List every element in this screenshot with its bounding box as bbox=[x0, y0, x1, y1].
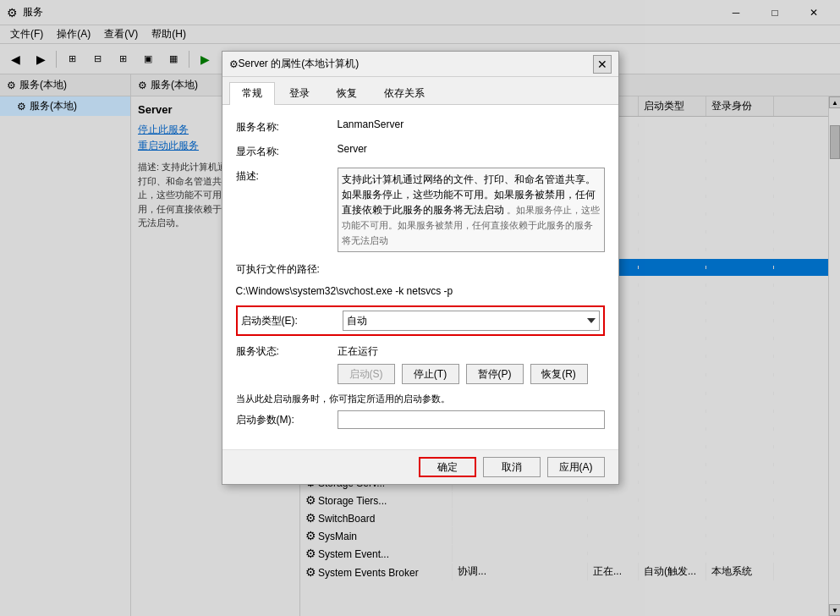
description-value: 支持此计算机通过网络的文件、打印、和命名管道共享。如果服务停止，这些功能不可用。… bbox=[338, 168, 605, 252]
service-name-label: 服务名称: bbox=[236, 118, 338, 135]
service-status-section: 服务状态: 正在运行 启动(S) 停止(T) 暂停(P) 恢复(R) bbox=[236, 344, 605, 384]
description-label: 描述: bbox=[236, 168, 338, 184]
display-name-value: Server bbox=[338, 143, 605, 155]
stop-button[interactable]: 停止(T) bbox=[402, 364, 459, 384]
path-value: C:\Windows\system32\svchost.exe -k netsv… bbox=[236, 285, 453, 297]
path-label: 可执行文件的路径: bbox=[236, 261, 338, 277]
dialog-title-icon: ⚙ bbox=[229, 58, 239, 70]
ok-button[interactable]: 确定 bbox=[419, 457, 476, 477]
startup-params-label: 启动参数(M): bbox=[236, 413, 338, 427]
description-row: 描述: 支持此计算机通过网络的文件、打印、和命名管道共享。如果服务停止，这些功能… bbox=[236, 168, 605, 252]
display-name-label: 显示名称: bbox=[236, 143, 338, 159]
startup-params-input[interactable] bbox=[338, 410, 605, 429]
startup-params-row: 启动参数(M): bbox=[236, 410, 605, 429]
dialog-body: 服务名称: LanmanServer 显示名称: Server 描述: 支持此计… bbox=[222, 105, 618, 449]
status-label: 服务状态: bbox=[236, 344, 338, 359]
dialog-tab-bar: 常规 登录 恢复 依存关系 bbox=[222, 77, 618, 105]
cancel-button[interactable]: 取消 bbox=[483, 457, 541, 477]
tab-dependencies[interactable]: 依存关系 bbox=[371, 82, 437, 104]
tab-login[interactable]: 登录 bbox=[277, 82, 322, 104]
dialog-close-button[interactable]: ✕ bbox=[593, 55, 612, 74]
startup-hint: 当从此处启动服务时，你可指定所适用的启动参数。 bbox=[236, 393, 605, 405]
action-buttons: 启动(S) 停止(T) 暂停(P) 恢复(R) bbox=[338, 364, 605, 384]
dialog-title-bar: ⚙ Server 的属性(本地计算机) ✕ bbox=[222, 52, 618, 77]
startup-type-select[interactable]: 自动 自动(延迟启动) 手动 禁用 bbox=[343, 311, 600, 331]
properties-dialog: ⚙ Server 的属性(本地计算机) ✕ 常规 登录 恢复 依存关系 服务名称… bbox=[222, 51, 619, 485]
pause-button[interactable]: 暂停(P) bbox=[466, 364, 524, 384]
dialog-overlay: ⚙ Server 的属性(本地计算机) ✕ 常规 登录 恢复 依存关系 服务名称… bbox=[0, 0, 840, 616]
resume-button[interactable]: 恢复(R) bbox=[530, 364, 588, 384]
status-value: 正在运行 bbox=[338, 344, 378, 359]
dialog-title: Server 的属性(本地计算机) bbox=[239, 57, 593, 71]
path-row: 可执行文件的路径: bbox=[236, 261, 605, 277]
startup-type-label: 启动类型(E): bbox=[241, 314, 343, 328]
tab-recovery[interactable]: 恢复 bbox=[324, 82, 370, 104]
service-name-value: LanmanServer bbox=[338, 118, 605, 130]
service-name-row: 服务名称: LanmanServer bbox=[236, 118, 605, 135]
dialog-footer: 确定 取消 应用(A) bbox=[222, 449, 618, 484]
display-name-row: 显示名称: Server bbox=[236, 143, 605, 159]
startup-type-row: 启动类型(E): 自动 自动(延迟启动) 手动 禁用 bbox=[236, 305, 605, 336]
apply-button[interactable]: 应用(A) bbox=[547, 457, 605, 477]
start-button[interactable]: 启动(S) bbox=[338, 364, 395, 384]
tab-general[interactable]: 常规 bbox=[229, 82, 275, 105]
status-row: 服务状态: 正在运行 bbox=[236, 344, 605, 359]
